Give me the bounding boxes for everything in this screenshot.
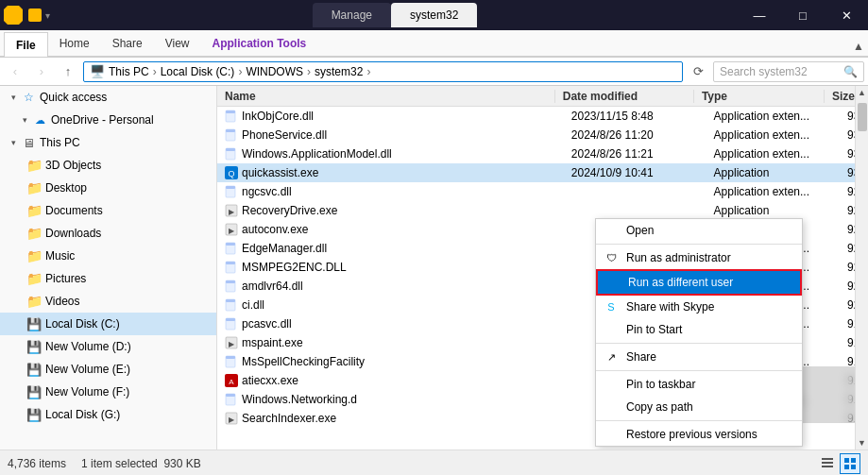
sidebar-item-quick-access[interactable]: ▾ ☆ Quick access <box>0 86 216 109</box>
sidebar-item-3d-objects[interactable]: 📁 3D Objects <box>0 154 216 177</box>
svg-text:▶: ▶ <box>229 208 235 216</box>
file-size-cell: 925 KB <box>840 223 855 236</box>
search-icon: 🔍 <box>843 65 858 78</box>
up-button[interactable]: ↑ <box>57 61 79 82</box>
ribbon-collapse-button[interactable]: ▲ <box>849 37 868 56</box>
svg-text:▶: ▶ <box>229 227 235 235</box>
tab-system32[interactable]: system32 <box>391 3 477 27</box>
status-bar: 4,736 items 1 item selected 930 KB <box>0 450 868 475</box>
sidebar-item-this-pc[interactable]: ▾ 🖥 This PC <box>0 131 216 154</box>
file-date-cell: 2024/8/26 11:20 <box>564 128 706 142</box>
breadcrumb-icon: 🖥️ <box>90 64 105 78</box>
ctx-share-skype[interactable]: S Share with Skype <box>596 296 802 318</box>
this-pc-icon: 🖥 <box>21 135 36 150</box>
path-windows[interactable]: WINDOWS <box>246 65 303 78</box>
file-type-icon: Q <box>225 166 238 179</box>
svg-rect-15 <box>226 243 235 246</box>
sidebar-item-desktop[interactable]: 📁 Desktop <box>0 177 216 199</box>
expand-arrow-onedrive: ▾ <box>19 114 30 126</box>
drive-f-icon: 💾 <box>26 384 42 399</box>
table-row[interactable]: ngcsvc.dllApplication exten...926 KB <box>217 182 855 201</box>
sidebar-label-this-pc: This PC <box>40 136 80 149</box>
details-view-button[interactable] <box>817 453 838 474</box>
file-name-cell: ▶SearchIndexer.exe <box>217 412 564 425</box>
search-box[interactable]: Search system32 🔍 <box>713 61 864 82</box>
sidebar-item-videos[interactable]: 📁 Videos <box>0 290 216 313</box>
sidebar-item-new-volume-e[interactable]: 💾 New Volume (E:) <box>0 358 216 381</box>
list-view-button[interactable] <box>840 453 860 474</box>
header-date[interactable]: Date modified <box>555 90 694 103</box>
header-name[interactable]: Name <box>217 90 555 103</box>
file-type-icon <box>225 355 238 368</box>
sidebar-label-onedrive: OneDrive - Personal <box>51 113 154 127</box>
sidebar-label-downloads: Downloads <box>45 227 101 240</box>
file-type-icon: ▶ <box>225 223 238 236</box>
scroll-down-button[interactable]: ▼ <box>856 436 869 450</box>
sidebar-label-local-disk-g: Local Disk (G:) <box>45 408 120 421</box>
svg-text:▶: ▶ <box>229 340 235 348</box>
ribbon-right: ▲ <box>849 37 868 56</box>
sidebar-item-local-disk-c[interactable]: 💾 Local Disk (C:) <box>0 313 216 335</box>
ctx-share[interactable]: ↗ Share <box>596 346 802 368</box>
drive-c-icon: 💾 <box>26 316 42 331</box>
sidebar-item-local-disk-g[interactable]: 💾 Local Disk (G:) <box>0 403 216 426</box>
title-bar-left: ▾ <box>0 6 52 25</box>
file-name-cell: amdlvr64.dll <box>217 280 564 293</box>
file-type-icon <box>225 317 238 331</box>
file-name-cell: EdgeManager.dll <box>217 242 564 255</box>
tab-view[interactable]: View <box>154 31 201 56</box>
onedrive-icon: ☁ <box>32 112 47 127</box>
sidebar-item-onedrive[interactable]: ▾ ☁ OneDrive - Personal <box>0 109 216 131</box>
tab-share[interactable]: Share <box>101 31 154 56</box>
folder-pictures-icon: 📁 <box>26 271 42 286</box>
status-selected: 1 item selected 930 KB <box>81 457 201 470</box>
file-size-cell: 932 KB <box>840 147 855 161</box>
scroll-up-button[interactable]: ▲ <box>856 86 869 99</box>
svg-rect-31 <box>226 394 235 397</box>
file-type-cell: Application <box>706 166 840 179</box>
sidebar-item-downloads[interactable]: 📁 Downloads <box>0 222 216 245</box>
forward-button[interactable]: › <box>30 61 53 82</box>
table-row[interactable]: Windows.ApplicationModel.dll2024/8/26 11… <box>217 144 855 163</box>
back-button[interactable]: ‹ <box>4 61 26 82</box>
ctx-pin-taskbar[interactable]: Pin to taskbar <box>596 373 802 396</box>
ctx-separator-3 <box>596 370 802 371</box>
tab-application-tools[interactable]: Application Tools <box>201 31 318 56</box>
sidebar-item-music[interactable]: 📁 Music <box>0 245 216 267</box>
path-thispc[interactable]: This PC <box>109 65 149 78</box>
tab-file[interactable]: File <box>4 32 48 57</box>
title-bar-right: — □ ✕ <box>738 0 868 30</box>
scroll-thumb[interactable] <box>858 103 867 131</box>
ctx-restore[interactable]: Restore previous versions <box>596 423 802 446</box>
sidebar-item-documents[interactable]: 📁 Documents <box>0 199 216 222</box>
title-bar: ▾ Manage system32 — □ ✕ <box>0 0 868 30</box>
file-list-header: Name Date modified Type Size <box>217 86 855 107</box>
file-type-icon: A <box>225 374 238 387</box>
table-row[interactable]: PhoneService.dll2024/8/26 11:20Applicati… <box>217 126 855 144</box>
header-size[interactable]: Size <box>825 90 855 103</box>
address-path[interactable]: 🖥️ This PC › Local Disk (C:) › WINDOWS ›… <box>83 61 683 82</box>
path-system32[interactable]: system32 <box>315 65 363 78</box>
table-row[interactable]: InkObjCore.dll2023/11/15 8:48Application… <box>217 107 855 126</box>
close-button[interactable]: ✕ <box>825 0 868 30</box>
tab-manage[interactable]: Manage <box>313 3 391 27</box>
refresh-button[interactable]: ⟳ <box>687 61 709 82</box>
table-row[interactable]: Qquickassist.exe2024/10/9 10:41Applicati… <box>217 163 855 182</box>
file-type-icon <box>225 393 238 406</box>
tab-home[interactable]: Home <box>48 31 101 56</box>
ctx-copy-path[interactable]: Copy as path <box>596 396 802 418</box>
ctx-pin-start[interactable]: Pin to Start <box>596 318 802 341</box>
sidebar-item-new-volume-f[interactable]: 💾 New Volume (F:) <box>0 381 216 403</box>
minimize-button[interactable]: — <box>738 0 781 30</box>
table-row[interactable]: ▶RecoveryDrive.exeApplication926 KB <box>217 201 855 220</box>
sidebar-item-pictures[interactable]: 📁 Pictures <box>0 267 216 290</box>
sidebar-item-new-volume-d[interactable]: 💾 New Volume (D:) <box>0 335 216 358</box>
ctx-run-as-different-user[interactable]: Run as different user <box>596 269 802 296</box>
maximize-button[interactable]: □ <box>781 0 825 30</box>
scrollbar-track[interactable]: ▲ ▼ <box>855 86 868 450</box>
ctx-open[interactable]: Open <box>596 219 802 242</box>
svg-rect-27 <box>226 356 235 359</box>
header-type[interactable]: Type <box>694 90 825 103</box>
ctx-run-as-admin[interactable]: 🛡 Run as administrator <box>596 246 802 269</box>
path-localdisk[interactable]: Local Disk (C:) <box>161 65 235 78</box>
